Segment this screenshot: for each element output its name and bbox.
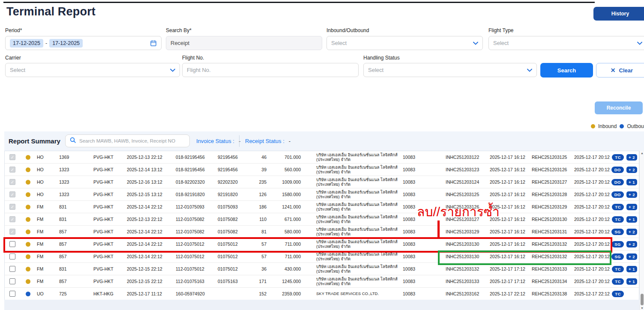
calendar-icon[interactable] xyxy=(150,40,157,47)
extra-count-badge[interactable]: + 1 xyxy=(626,266,637,272)
reconcile-button[interactable]: Reconcile xyxy=(595,101,643,114)
pieces: 126 xyxy=(240,192,270,197)
extra-count-badge[interactable]: + 2 xyxy=(626,204,637,210)
flight-datetime: 2025-12-14 13:12 xyxy=(121,167,165,172)
receipt-number: REHC251203133 xyxy=(527,266,568,271)
doc-number: 01075082 xyxy=(206,229,240,234)
summary-search-field[interactable] xyxy=(65,134,190,147)
extra-count-badge[interactable]: + 1 xyxy=(626,278,637,285)
table-row: ✓ FM 857 PVG-HKT 2025-12-14 22:12 112-01… xyxy=(5,226,639,238)
extra-count-badge[interactable]: + 2 xyxy=(626,253,637,260)
chevron-down-icon xyxy=(170,69,175,72)
doc-number: 92202320 xyxy=(206,179,240,185)
extra-count-badge[interactable]: + 2 xyxy=(626,241,637,247)
flight-type-placeholder: Select xyxy=(493,40,509,46)
extra-count-badge[interactable]: + 2 xyxy=(626,167,637,173)
clear-button[interactable]: ✕ Clear xyxy=(596,63,644,78)
table-row: ✓ FM 831 PVG-HKT 2025-12-13 22:12 112-01… xyxy=(5,213,639,226)
report-table: ✓ HO 1369 PVG-HKT 2025-12-13 22:12 018-9… xyxy=(4,151,639,310)
flight-datetime: 2025-12-14 22:12 xyxy=(121,204,165,209)
chevron-down-icon xyxy=(637,42,642,45)
legend-outbound-label: Outbound xyxy=(627,123,644,129)
flight-no-field[interactable] xyxy=(182,63,359,77)
direction-legend: Inbound Outbound xyxy=(591,123,644,129)
table-row: ✓ HO 1323 PVG-HKT 2025-12-15 13:12 018-9… xyxy=(5,188,639,201)
handling-status-label: Handling Status xyxy=(363,55,400,61)
table-row: ✓ HO 1323 PVG-HKT 2025-12-14 13:12 018-9… xyxy=(5,164,639,176)
scroll-down-arrow-icon[interactable]: ▼ xyxy=(640,307,644,310)
route: PVG-HKT xyxy=(88,266,121,271)
agent-name: บริษัท เอสเอสเอ็ม อินเตอร์เนชั่นแนล โลจิ… xyxy=(304,227,382,237)
flight-no-input[interactable] xyxy=(187,63,354,77)
row-checkbox[interactable] xyxy=(9,291,15,297)
row-checkbox[interactable] xyxy=(9,278,15,284)
delete-duplicate-note: ลบ//รายการซ้ำ xyxy=(417,205,500,219)
receipt-number: REHC251203128 xyxy=(527,192,568,197)
direction-dot-icon xyxy=(26,167,30,172)
period-field[interactable]: 17-12-2025 - 17-12-2025 xyxy=(5,36,162,50)
flight-number: 831 xyxy=(57,217,88,222)
weight: 560.000 xyxy=(270,167,304,172)
flight-datetime: 2025-12-15 22:12 xyxy=(121,279,165,284)
carrier-placeholder: Select xyxy=(10,67,25,73)
table-footer-strip xyxy=(4,300,639,310)
extra-count-badge[interactable]: + 1 xyxy=(626,179,637,185)
row-checkbox[interactable] xyxy=(9,253,15,259)
inbound-outbound-select[interactable]: Select xyxy=(326,36,483,50)
period-to-chip[interactable]: 17-12-2025 xyxy=(49,39,83,48)
table-row: UO 725 HKT-HKG 2025-12-17 11:12 160-0597… xyxy=(5,288,639,300)
route: PVG-HKT xyxy=(88,179,121,185)
branch-code: 10083 xyxy=(382,229,444,234)
search-icon xyxy=(70,137,76,145)
mawb-number: 112-01075082 xyxy=(165,217,206,222)
direction-dot-icon xyxy=(26,279,30,284)
summary-search-input[interactable] xyxy=(79,138,185,143)
handling-status-select[interactable]: Select xyxy=(363,63,537,77)
chevron-down-icon xyxy=(527,69,532,72)
route: HKT-HKG xyxy=(88,291,121,296)
extra-count-badge[interactable]: + 2 xyxy=(626,229,637,235)
vertical-scrollbar[interactable]: ▲ ▼ xyxy=(639,151,644,310)
pieces: 57 xyxy=(240,241,270,247)
branch-code: 10083 xyxy=(382,179,444,185)
search-button[interactable]: Search xyxy=(540,63,593,78)
handling-status-badge: SG xyxy=(611,241,624,247)
scrollbar-thumb[interactable] xyxy=(641,294,644,305)
row-checkbox[interactable] xyxy=(9,266,15,272)
history-button[interactable]: History xyxy=(593,7,644,21)
invoice-number: INHC251203125 xyxy=(444,192,486,197)
extra-count-badge[interactable]: + 2 xyxy=(626,191,637,198)
pieces: 171 xyxy=(240,279,270,284)
period-from-chip[interactable]: 17-12-2025 xyxy=(10,39,43,48)
scroll-up-arrow-icon[interactable]: ▲ xyxy=(640,152,644,155)
mawb-number: 018-92195456 xyxy=(165,167,206,172)
branch-code: 10083 xyxy=(382,192,444,197)
invoice-datetime: 2025-12-17 22:12 xyxy=(486,291,527,296)
doc-number: 01075012 xyxy=(206,254,240,259)
receipt-datetime: 2025-12-17 20:12 xyxy=(568,241,608,247)
weight: 671.000 xyxy=(270,217,304,222)
extra-count-badge[interactable]: + 2 xyxy=(626,154,637,161)
invoice-datetime: 2025-12-17 16:12 xyxy=(486,192,527,197)
clear-button-label: Clear xyxy=(619,67,633,74)
pieces: 81 xyxy=(240,229,270,234)
weight: 1009.000 xyxy=(270,179,304,185)
receipt-number: REHC251203125 xyxy=(527,155,568,160)
weight: 1245.000 xyxy=(270,279,304,284)
mawb-number: 018-92191820 xyxy=(165,192,206,197)
extra-count-badge[interactable]: + 1 xyxy=(626,216,637,223)
agent-name: บริษัท เอสเอสเอ็ม อินเตอร์เนชั่นแนล โลจิ… xyxy=(304,252,382,262)
carrier-code: FM xyxy=(36,204,57,209)
row-checkbox[interactable] xyxy=(9,241,15,247)
weight: 711.000 xyxy=(270,254,304,259)
receipt-number: REHC251203126 xyxy=(527,167,568,172)
carrier-code: HO xyxy=(36,155,57,160)
flight-type-select[interactable]: Select xyxy=(488,36,644,50)
row-checkbox: ✓ xyxy=(9,204,15,210)
route: PVG-HKT xyxy=(88,155,121,160)
mawb-number: 112-01075012 xyxy=(165,254,206,259)
agent-name: บริษัท เอสเอสเอ็ม อินเตอร์เนชั่นแนล โลจิ… xyxy=(304,215,382,224)
table-body: ✓ HO 1369 PVG-HKT 2025-12-13 22:12 018-9… xyxy=(5,151,639,300)
carrier-select[interactable]: Select xyxy=(5,63,180,77)
flight-no-label: Flight No. xyxy=(182,55,204,61)
